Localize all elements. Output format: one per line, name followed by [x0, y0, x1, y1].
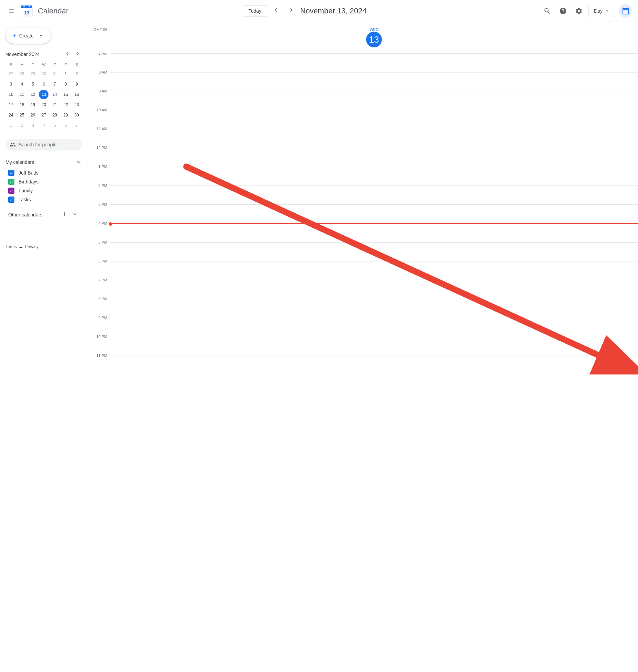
mini-cal-day[interactable]: 3 — [6, 79, 16, 89]
mini-cal-day[interactable]: 17 — [6, 100, 16, 110]
search-button[interactable] — [541, 4, 554, 18]
birthdays-checkbox — [8, 179, 14, 185]
current-time-dot — [109, 222, 112, 226]
time-label: 11 PM — [96, 354, 107, 358]
my-calendars-chevron — [75, 159, 82, 166]
mini-cal-day[interactable]: 10 — [6, 90, 16, 99]
add-other-calendar-button[interactable] — [60, 210, 69, 220]
days-of-week: SMTWTFS — [6, 62, 82, 67]
mini-cal-day[interactable]: 5 — [50, 121, 59, 130]
app-title: Calendar — [38, 7, 68, 15]
terms-link[interactable]: Terms — [6, 244, 17, 250]
hour-line — [110, 356, 638, 356]
calendar-item-tasks[interactable]: Tasks — [6, 195, 82, 204]
calendar-view-button[interactable] — [619, 4, 632, 18]
mini-cal-day[interactable]: 29 — [61, 110, 70, 120]
prev-button[interactable] — [270, 4, 282, 18]
hour-line — [110, 186, 638, 186]
mini-cal-day[interactable]: 12 — [28, 90, 38, 99]
app-logo: 13 — [20, 4, 34, 18]
mini-cal-day[interactable]: 14 — [50, 90, 59, 99]
mini-cal-header: November 2024 — [6, 49, 82, 59]
mini-cal-day[interactable]: 6 — [61, 121, 70, 130]
mini-cal-day[interactable]: 7 — [72, 121, 81, 130]
mini-cal-next[interactable] — [73, 49, 82, 59]
other-calendars-section: Other calendars — [6, 207, 82, 222]
mini-cal-day[interactable]: 30 — [72, 110, 81, 120]
day-view-body[interactable]: 7 AM8 AM9 AM10 AM11 AM12 PM1 PM2 PM3 PM4… — [88, 53, 638, 672]
mini-cal-day[interactable]: 16 — [72, 90, 81, 99]
dow-label: M — [16, 62, 28, 67]
mini-cal-day[interactable]: 7 — [50, 79, 59, 89]
hour-line — [110, 91, 638, 91]
other-calendars-header[interactable]: Other calendars — [6, 207, 82, 222]
privacy-link[interactable]: Privacy — [25, 244, 38, 250]
settings-button[interactable] — [572, 4, 585, 18]
mini-cal-day[interactable]: 11 — [17, 90, 27, 99]
mini-cal-prev[interactable] — [63, 49, 72, 59]
hour-line — [110, 53, 638, 54]
mini-cal-day[interactable]: 27 — [39, 110, 48, 120]
next-button[interactable] — [285, 4, 297, 18]
mini-cal-day[interactable]: 13 — [39, 90, 48, 99]
mini-cal-day[interactable]: 20 — [39, 100, 48, 110]
footer-separator: – — [20, 244, 22, 250]
hour-line — [110, 299, 638, 299]
mini-cal-day[interactable]: 8 — [61, 79, 70, 89]
day-number: 13 — [366, 32, 382, 47]
mini-cal-day[interactable]: 21 — [50, 100, 59, 110]
mini-cal-day[interactable]: 27 — [6, 69, 16, 79]
mini-cal-day[interactable]: 1 — [61, 69, 70, 79]
calendar-item-birthdays[interactable]: Birthdays — [6, 177, 82, 186]
dow-label: T — [28, 62, 38, 67]
mini-cal-day[interactable]: 19 — [28, 100, 38, 110]
hour-line — [110, 110, 638, 110]
mini-cal-day[interactable]: 24 — [6, 110, 16, 120]
mini-cal-day[interactable]: 2 — [17, 121, 27, 130]
other-calendars-title: Other calendars — [8, 212, 43, 217]
time-gutter-header: GMT-06 — [88, 25, 110, 50]
mini-cal-day[interactable]: 1 — [6, 121, 16, 130]
my-calendars-header[interactable]: My calendars — [6, 156, 82, 168]
mini-cal-day[interactable]: 30 — [39, 69, 48, 79]
mini-cal-day[interactable]: 6 — [39, 79, 48, 89]
mini-cal-day[interactable]: 18 — [17, 100, 27, 110]
mini-cal-day[interactable]: 31 — [50, 69, 59, 79]
mini-cal-day[interactable]: 28 — [50, 110, 59, 120]
mini-cal-days[interactable]: 2728293031123456789101112131415161718192… — [6, 69, 82, 131]
other-calendars-chevron-button[interactable] — [70, 210, 79, 220]
hour-line — [110, 337, 638, 337]
calendar-item-jeff[interactable]: Jeff Butts — [6, 168, 82, 177]
jeff-checkbox — [8, 170, 14, 176]
view-selector[interactable]: Day — [588, 5, 616, 17]
mini-cal-day[interactable]: 3 — [28, 121, 38, 130]
mini-cal-day[interactable]: 22 — [61, 100, 70, 110]
mini-cal-day[interactable]: 26 — [28, 110, 38, 120]
mini-cal-day[interactable]: 29 — [28, 69, 38, 79]
svg-line-11 — [186, 167, 614, 362]
mini-cal-day[interactable]: 9 — [72, 79, 81, 89]
mini-cal-day[interactable]: 2 — [72, 69, 81, 79]
mini-cal-title: November 2024 — [6, 52, 40, 57]
time-label: 4 PM — [98, 221, 107, 225]
family-label: Family — [19, 188, 33, 193]
mini-cal-day[interactable]: 4 — [39, 121, 48, 130]
today-button[interactable]: Today — [243, 5, 267, 17]
mini-cal-day[interactable]: 25 — [17, 110, 27, 120]
calendar-item-family[interactable]: Family — [6, 186, 82, 195]
hour-line — [110, 148, 638, 148]
help-button[interactable] — [557, 4, 570, 18]
tasks-checkbox — [8, 197, 14, 203]
mini-cal-day[interactable]: 5 — [28, 79, 38, 89]
time-label: 7 AM — [99, 53, 107, 55]
mini-cal-day[interactable]: 28 — [17, 69, 27, 79]
mini-cal-day[interactable]: 4 — [17, 79, 27, 89]
day-column[interactable] — [110, 53, 638, 374]
mini-cal-day[interactable]: 15 — [61, 90, 70, 99]
day-of-week-label: WED — [370, 27, 378, 32]
menu-button[interactable] — [6, 5, 17, 17]
search-people[interactable]: Search for people — [6, 139, 82, 150]
mini-cal-day[interactable]: 23 — [72, 100, 81, 110]
calendar-view: GMT-06 WED 13 7 AM8 AM9 AM10 AM11 AM12 P… — [88, 22, 638, 672]
create-button[interactable]: + Create — [6, 27, 51, 44]
